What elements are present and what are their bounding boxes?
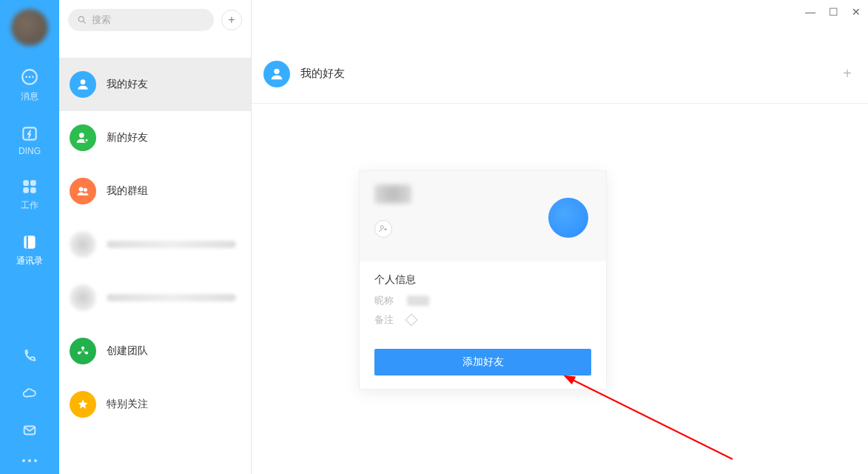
nav-label: 通讯录	[16, 255, 43, 267]
nav-label: DING	[18, 146, 41, 156]
svg-point-19	[81, 347, 84, 350]
card-header	[360, 171, 606, 261]
row-starred[interactable]: 特别关注	[59, 378, 251, 431]
row-label: 我的群组	[107, 184, 148, 198]
add-button[interactable]: +	[221, 10, 242, 30]
svg-point-12	[78, 16, 84, 21]
header-add-button[interactable]: +	[843, 65, 852, 82]
cloud-icon[interactable]	[21, 385, 38, 401]
svg-point-23	[380, 226, 383, 229]
search-input[interactable]: 搜索	[68, 9, 214, 31]
close-button[interactable]: ✕	[852, 6, 861, 18]
svg-point-14	[81, 79, 86, 84]
contacts-panel: 搜索 + 我的好友 新的好友 我的群组	[59, 0, 252, 474]
chat-bubble-icon	[20, 68, 39, 87]
add-contact-icon[interactable]	[374, 220, 392, 238]
row-label: 创建团队	[107, 344, 148, 358]
profile-avatar[interactable]	[548, 198, 588, 238]
person-plus-icon	[70, 124, 96, 151]
svg-point-2	[29, 76, 31, 79]
svg-rect-7	[23, 187, 29, 193]
card-body: 个人信息 昵称 备注	[360, 261, 606, 341]
svg-point-20	[78, 351, 81, 354]
person-icon	[263, 61, 290, 87]
minimize-button[interactable]: —	[805, 6, 815, 18]
svg-point-22	[274, 68, 279, 73]
left-rail: 消息 DING 工作 通讯录	[0, 0, 59, 474]
main-header: 我的好友 +	[252, 44, 868, 104]
svg-rect-8	[30, 187, 36, 193]
svg-rect-10	[27, 236, 28, 248]
people-icon	[70, 178, 96, 204]
add-friend-button[interactable]: 添加好友	[374, 349, 591, 375]
nav-work[interactable]: 工作	[20, 177, 39, 212]
row-new-friends[interactable]: 新的好友	[59, 111, 251, 164]
svg-point-21	[85, 351, 88, 354]
svg-point-1	[25, 76, 27, 79]
svg-point-15	[79, 133, 84, 138]
row-obscured[interactable]	[59, 218, 251, 271]
row-obscured[interactable]	[59, 271, 251, 324]
contacts-list: 我的好友 新的好友 我的群组 创建团队	[59, 58, 251, 431]
phone-icon[interactable]	[21, 348, 38, 364]
team-icon	[70, 338, 96, 364]
nav-contacts[interactable]: 通讯录	[16, 233, 43, 267]
more-icon[interactable]	[22, 459, 37, 462]
nav-ding[interactable]: DING	[18, 124, 41, 156]
user-name-blur	[374, 184, 411, 204]
nickname-value-blur	[407, 296, 429, 306]
maximize-button[interactable]: ☐	[829, 6, 838, 18]
svg-rect-6	[30, 180, 36, 186]
nav-messages[interactable]: 消息	[20, 68, 39, 103]
row-label: 新的好友	[107, 131, 148, 144]
rail-nav-group: 消息 DING 工作 通讯录	[16, 68, 43, 267]
star-icon	[70, 391, 96, 418]
row-label: 我的好友	[107, 78, 148, 91]
remark-label: 备注	[374, 313, 394, 327]
row-my-groups[interactable]: 我的群组	[59, 164, 251, 218]
edit-icon[interactable]	[406, 314, 418, 327]
search-row: 搜索 +	[59, 0, 251, 31]
remark-row: 备注	[374, 313, 591, 327]
nav-label: 消息	[21, 90, 38, 103]
rail-bottom-group	[21, 348, 38, 462]
profile-card: 个人信息 昵称 备注 添加好友	[359, 170, 607, 390]
row-my-friends[interactable]: 我的好友	[59, 58, 251, 111]
card-section-title: 个人信息	[374, 273, 591, 287]
svg-line-13	[84, 21, 86, 24]
nickname-row: 昵称	[374, 294, 591, 307]
apps-grid-icon	[20, 177, 39, 196]
svg-rect-5	[23, 180, 29, 186]
blur-avatar	[70, 231, 96, 258]
nickname-label: 昵称	[374, 294, 394, 307]
blur-text	[107, 241, 236, 248]
row-label: 特别关注	[107, 398, 148, 411]
blur-avatar	[70, 284, 96, 311]
nav-label: 工作	[21, 199, 38, 212]
svg-point-18	[84, 188, 87, 192]
search-icon	[77, 15, 87, 25]
svg-rect-9	[24, 236, 35, 248]
person-icon	[70, 71, 96, 98]
self-avatar[interactable]	[11, 9, 48, 46]
calendar-bolt-icon	[20, 124, 39, 143]
row-create-team[interactable]: 创建团队	[59, 324, 251, 378]
window-controls: — ☐ ✕	[805, 6, 861, 18]
search-placeholder: 搜索	[92, 13, 111, 27]
blur-text	[107, 294, 236, 301]
svg-point-3	[32, 76, 34, 79]
mail-icon[interactable]	[21, 422, 38, 438]
main-title: 我的好友	[300, 67, 345, 81]
svg-point-17	[79, 187, 84, 192]
address-book-icon	[20, 233, 39, 252]
